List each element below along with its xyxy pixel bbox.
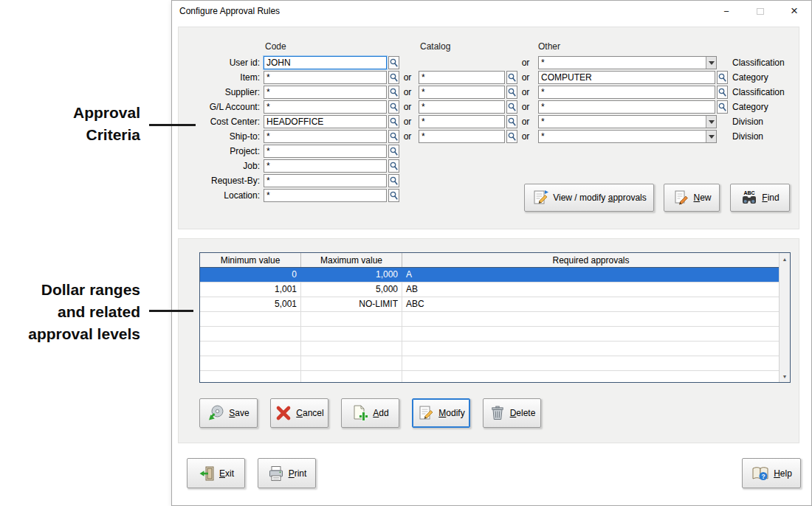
delete-button[interactable]: Delete	[483, 398, 541, 428]
annotation-dollar-ranges: Dollar ranges and related approval level…	[7, 279, 140, 345]
screenshot-canvas: Approval Criteria Dollar ranges and rela…	[0, 0, 812, 506]
table-scrollbar[interactable]: ▲ ▼	[779, 253, 790, 382]
new-button[interactable]: New	[664, 184, 720, 212]
cost-center-type-label: Division	[732, 115, 763, 128]
table-row-empty[interactable]	[200, 356, 780, 371]
ship-to-type-label: Division	[732, 130, 763, 143]
button-label: View / modify approvals	[553, 193, 647, 203]
button-label: Delete	[510, 408, 536, 418]
item-code-input[interactable]	[264, 71, 387, 84]
cancel-button[interactable]: Cancel	[270, 398, 328, 428]
cell-required-approvals	[402, 342, 780, 356]
cost-center-catalog-input[interactable]	[419, 115, 505, 128]
chevron-down-icon[interactable]	[706, 57, 716, 69]
binoculars-abc-icon: ABC	[740, 189, 758, 207]
help-button[interactable]: ? Help	[742, 458, 801, 488]
search-icon	[390, 191, 398, 201]
item-catalog-input[interactable]	[419, 71, 505, 84]
cell-maximum-value	[301, 327, 402, 341]
view-modify-approvals-button[interactable]: View / modify approvals	[524, 184, 654, 212]
search-icon	[390, 147, 398, 156]
annotation-line: Approval	[7, 102, 140, 124]
cost-center-other-input[interactable]	[538, 115, 717, 128]
cost-center-code-input[interactable]	[264, 115, 387, 128]
criteria-rows: User id: orClassificationItem: or or Cat…	[179, 56, 799, 204]
g-l-account-catalog-input[interactable]	[419, 100, 505, 114]
project-code-input[interactable]	[264, 145, 387, 158]
item-other-input[interactable]	[538, 71, 715, 84]
or-label: or	[515, 115, 536, 128]
request-by-code-input[interactable]	[264, 174, 387, 187]
add-button[interactable]: Add	[341, 398, 399, 428]
maximize-button[interactable]	[743, 1, 777, 21]
table-row-1[interactable]: 1,0015,000AB	[200, 283, 780, 297]
user-id-code-input[interactable]	[264, 56, 387, 69]
save-disk-icon	[207, 404, 225, 422]
help-book-icon: ?	[751, 465, 770, 482]
save-button[interactable]: Save	[199, 398, 258, 428]
cell-minimum-value	[200, 356, 301, 370]
add-document-icon	[351, 404, 369, 422]
printer-icon	[267, 465, 285, 482]
criteria-row-job: Job:	[179, 159, 799, 174]
user-id-code-search-button[interactable]	[388, 56, 399, 69]
exit-button[interactable]: Exit	[187, 458, 245, 488]
job-code-search-button[interactable]	[388, 159, 399, 173]
table-row-empty[interactable]	[200, 327, 780, 342]
criteria-row-user-id: User id: orClassification	[179, 56, 799, 71]
g-l-account-other-input[interactable]	[538, 100, 715, 114]
ship-to-code-input[interactable]	[264, 130, 387, 143]
location-code-search-button[interactable]	[388, 189, 399, 202]
cost-center-label: Cost Center:	[179, 115, 260, 128]
or-label: or	[398, 100, 417, 114]
table-row-empty[interactable]	[200, 342, 780, 356]
project-code-search-button[interactable]	[388, 145, 399, 158]
annotation-line: approval levels	[7, 323, 140, 345]
item-other-search-button[interactable]	[717, 71, 728, 84]
table-body: 01,000A1,0015,000AB5,001NO-LIMITABC	[200, 268, 780, 383]
or-label: or	[515, 100, 536, 114]
configure-approval-rules-window: Configure Approval Rules − × Code Catalo…	[171, 0, 812, 506]
g-l-account-code-input[interactable]	[264, 100, 387, 114]
supplier-other-search-button[interactable]	[717, 86, 728, 99]
cost-center-other-combo	[538, 115, 717, 128]
table-row-empty[interactable]	[200, 371, 780, 383]
cell-maximum-value	[301, 356, 402, 370]
table-row-empty[interactable]	[200, 312, 780, 327]
location-code-input[interactable]	[264, 189, 387, 202]
or-label: or	[398, 71, 417, 84]
callout-line-dollar-ranges	[149, 310, 193, 312]
cell-maximum-value	[301, 312, 402, 326]
ship-to-catalog-input[interactable]	[419, 130, 505, 143]
find-button[interactable]: ABC Find	[730, 184, 790, 212]
button-label: Cancel	[296, 408, 323, 418]
chevron-down-icon[interactable]	[706, 131, 716, 142]
chevron-down-icon[interactable]	[706, 116, 716, 128]
supplier-other-input[interactable]	[538, 86, 715, 99]
search-icon	[390, 176, 398, 186]
dollar-ranges-panel: Minimum value Maximum value Required app…	[178, 238, 799, 443]
job-code-input[interactable]	[264, 159, 387, 173]
search-icon	[390, 58, 398, 68]
cell-maximum-value: 1,000	[301, 268, 402, 282]
table-row-2[interactable]: 5,001NO-LIMITABC	[200, 297, 780, 312]
modify-button[interactable]: Modify	[412, 398, 470, 428]
print-button[interactable]: Print	[258, 458, 316, 488]
close-button[interactable]: ×	[777, 1, 811, 21]
user-id-other-input[interactable]	[538, 56, 717, 69]
column-header-other: Other	[538, 41, 560, 52]
cell-minimum-value	[200, 327, 301, 341]
g-l-account-other-search-button[interactable]	[717, 100, 728, 114]
supplier-catalog-input[interactable]	[419, 86, 505, 99]
supplier-code-input[interactable]	[264, 86, 387, 99]
item-type-label: Category	[732, 71, 768, 84]
column-header-maximum-value: Maximum value	[301, 253, 402, 267]
titlebar: Configure Approval Rules − ×	[172, 1, 811, 21]
scroll-up-icon[interactable]: ▲	[780, 253, 790, 265]
table-row-0[interactable]: 01,000A	[200, 268, 780, 283]
request-by-code-search-button[interactable]	[388, 174, 399, 187]
minimize-button[interactable]: −	[709, 1, 743, 21]
ship-to-other-input[interactable]	[538, 130, 717, 143]
maximize-icon	[757, 8, 764, 15]
scroll-down-icon[interactable]: ▼	[780, 370, 790, 382]
